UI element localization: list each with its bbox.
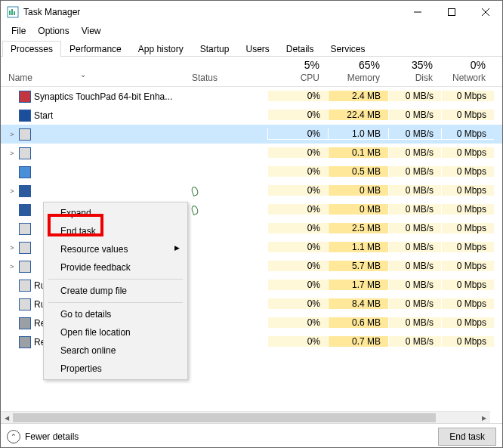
process-disk: 0 MB/s [388,185,441,196]
grid-header: ⌄ Name Status 5% CPU 65% Memory 35% Disk… [1,57,502,87]
tab-processes[interactable]: Processes [2,41,61,57]
process-status [192,205,267,215]
process-status [192,187,267,196]
menu-item-search-online[interactable]: Search online [45,341,186,360]
column-name[interactable]: ⌄ Name [1,73,192,83]
menu-item-properties[interactable]: Properties [45,360,186,378]
memory-usage-pct: 65% [359,59,380,71]
process-cpu: 0% [267,147,328,159]
tab-details[interactable]: Details [278,41,322,57]
maximize-button[interactable] [434,1,468,23]
column-name-label: Name [8,73,32,83]
menu-view[interactable]: View [76,24,107,38]
table-row[interactable]: >0%0 MB0 MB/s0 Mbps [1,181,502,200]
scroll-right-button[interactable]: ▶ [478,412,490,424]
expander-icon[interactable]: > [8,187,16,195]
menu-item-go-to-details[interactable]: Go to details [45,305,186,323]
column-network-label: Network [452,73,486,83]
process-disk: 0 MB/s [388,147,441,159]
column-status-label: Status [192,73,218,83]
process-cpu: 0% [267,204,328,215]
menu-separator [48,279,183,280]
process-network: 0 Mbps [441,147,494,159]
svg-rect-3 [14,11,15,15]
process-icon [19,166,31,178]
process-network: 0 Mbps [441,280,494,291]
process-network: 0 Mbps [441,128,494,140]
process-memory: 2.5 MB [328,223,388,234]
sort-indicator-icon: ⌄ [80,70,86,79]
process-memory: 0.1 MB [328,147,388,159]
process-disk: 0 MB/s [388,336,441,348]
process-cpu: 0% [267,223,328,234]
table-row[interactable]: Synaptics TouchPad 64-bit Enha...0%2.4 M… [1,87,502,106]
expander-icon[interactable]: > [8,131,16,138]
process-network: 0 Mbps [441,261,494,272]
process-memory: 0 MB [328,185,388,196]
menu-item-end-task[interactable]: End task [45,222,186,240]
process-disk: 0 MB/s [388,166,441,178]
tab-startup[interactable]: Startup [192,41,238,57]
table-row[interactable]: Start0%22.4 MB0 MB/s0 Mbps [1,106,502,125]
process-cpu: 0% [267,261,328,272]
process-cpu: 0% [267,110,328,121]
process-cpu: 0% [267,336,328,348]
menu-item-open-file-location[interactable]: Open file location [45,323,186,341]
expander-icon[interactable]: > [8,263,16,270]
process-disk: 0 MB/s [388,223,441,234]
tab-app-history[interactable]: App history [130,41,192,57]
process-cpu: 0% [267,280,328,291]
column-disk-label: Disk [415,73,433,83]
column-cpu[interactable]: 5% CPU [267,59,328,83]
process-memory: 1.0 MB [328,128,388,140]
tab-services[interactable]: Services [322,41,374,57]
column-network[interactable]: 0% Network [441,59,494,83]
table-row[interactable]: >0%1.0 MB0 MB/s0 Mbps [1,125,502,144]
process-disk: 0 MB/s [388,261,441,272]
table-row[interactable]: 0%0.5 MB0 MB/s0 Mbps [1,162,502,181]
process-cpu: 0% [267,317,328,329]
tab-performance[interactable]: Performance [61,41,130,57]
process-name: Synaptics TouchPad 64-bit Enha... [34,91,172,102]
process-icon [19,280,31,292]
process-name: Start [34,110,53,121]
process-network: 0 Mbps [441,166,494,178]
tab-users[interactable]: Users [237,41,277,57]
process-icon [19,204,31,216]
menu-options[interactable]: Options [32,24,75,38]
menu-item-resource-values[interactable]: Resource values▶ [45,240,186,258]
network-usage-pct: 0% [471,59,486,71]
column-memory[interactable]: 65% Memory [328,59,388,83]
expander-icon[interactable]: > [8,150,16,157]
process-icon [19,91,31,103]
window-title: Task Manager [23,7,400,17]
chevron-up-icon: ⌃ [7,430,20,443]
disk-usage-pct: 35% [412,59,433,71]
menu-item-create-dump-file[interactable]: Create dump file [45,282,186,300]
menu-file[interactable]: File [5,24,32,38]
minimize-button[interactable] [400,1,434,23]
end-task-button[interactable]: End task [438,428,496,446]
cpu-usage-pct: 5% [304,59,319,71]
process-disk: 0 MB/s [388,242,441,253]
menu-item-expand[interactable]: Expand [45,204,186,222]
horizontal-scrollbar[interactable]: ◀ ▶ [1,411,490,423]
expander-icon[interactable]: > [8,244,16,252]
column-status[interactable]: Status [192,73,267,83]
app-icon [7,6,19,18]
menu-item-provide-feedback[interactable]: Provide feedback [45,258,186,277]
process-icon [19,147,31,159]
process-network: 0 Mbps [441,336,494,348]
process-network: 0 Mbps [441,204,494,215]
close-button[interactable] [468,1,502,23]
column-disk[interactable]: 35% Disk [388,59,441,83]
process-network: 0 Mbps [441,317,494,329]
process-icon [19,317,31,329]
column-cpu-label: CPU [301,73,319,83]
scroll-left-button[interactable]: ◀ [1,412,13,424]
fewer-details-button[interactable]: ⌃ Fewer details [7,430,438,443]
context-menu: ExpandEnd taskResource values▶Provide fe… [43,202,188,380]
scroll-thumb[interactable] [13,413,436,422]
table-row[interactable]: >0%0.1 MB0 MB/s0 Mbps [1,144,502,162]
process-disk: 0 MB/s [388,91,441,102]
